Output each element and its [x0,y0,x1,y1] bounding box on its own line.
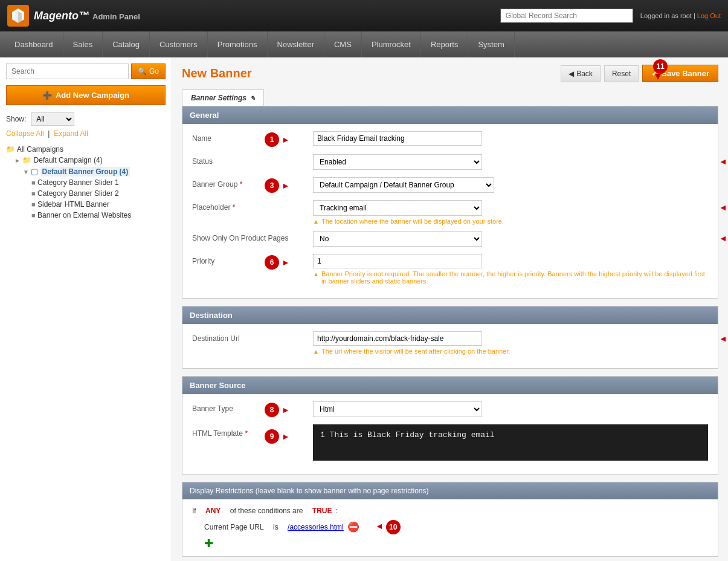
placeholder-hint: ▲ The location where the banner will be … [313,218,708,225]
step-4-arrow: ► [719,204,727,213]
banner-icon-3: ■ [31,201,36,208]
show-product-field: No Yes ► 5 [313,231,708,247]
banner-source-header: Banner Source [182,377,718,394]
step-9-badge: 9 [265,429,279,444]
nav-cms[interactable]: CMS [324,31,362,57]
placeholder-select[interactable]: Tracking email Category Banner Sidebar [313,200,482,216]
tree-item-external[interactable]: ■ Banner on External Websites [6,210,166,221]
collapse-all-link[interactable]: Collapse All [6,129,44,138]
plus-icon: ➕ [42,91,52,100]
step-5-group: ► 5 [719,232,728,247]
warning-icon-3: ▲ [313,348,319,355]
sidebar: 🔍 Go ➕ Add New Campaign Show: All Active… [0,57,172,561]
nav-promotions[interactable]: Promotions [208,31,268,57]
step-6-group: 6 ► [265,255,290,270]
step-7-group: ► 7 [719,332,728,347]
step-10-badge: 10 [386,520,401,534]
step-8-group: 8 ► [265,403,290,417]
condition-add-button[interactable]: ✚ [192,538,708,549]
url-input[interactable] [313,331,482,346]
step-1-group: 1 ► [265,132,290,147]
nav-system[interactable]: System [468,31,514,57]
show-product-label: Show Only On Product Pages [192,231,313,242]
url-field: ► 7 ▲ The url where the visitor will be … [313,331,708,355]
show-select[interactable]: All Active Inactive [31,112,74,126]
html-template-editor[interactable]: 1 This is Black Friday tracking email [313,424,708,461]
banner-type-select[interactable]: Html Image Flash [313,401,482,417]
show-product-select[interactable]: No Yes [313,231,482,247]
step-10-arrow: ► [375,522,384,532]
nav-sales[interactable]: Sales [63,31,103,57]
step-4-group: ► 4 [719,201,728,216]
name-field: 1 ► [313,131,708,146]
logo-text: Magento™ Admin Panel [34,10,140,22]
nav-customers[interactable]: Customers [150,31,208,57]
step-6-arrow: ► [282,258,290,267]
nav-newsletter[interactable]: Newsletter [268,31,324,57]
tree-item-default-banner-group[interactable]: ▼ ▢ Default Banner Group (4) [6,166,166,177]
nav-catalog[interactable]: Catalog [103,31,150,57]
placeholder-label: Placeholder * [192,200,313,212]
restrictions-header: Display Restrictions (leave blank to sho… [182,482,718,499]
condition-line-1: Current Page URL is /accessories.html ⛔ … [192,520,708,534]
tree-item-default-campaign[interactable]: ► 📁 Default Campaign (4) [6,155,166,166]
reset-button[interactable]: Reset [604,65,639,82]
banner-icon-1: ■ [31,179,36,186]
step-2-group: ► 2 [719,155,728,170]
collapse-expand-row: Collapse All | Expand All [6,129,166,138]
banner-type-row: Banner Type 8 ► Html Image Flash [192,401,708,418]
tree-item-sidebar-html[interactable]: ■ Sidebar HTML Banner [6,199,166,210]
banner-group-field-row: Banner Group * 3 ► Default Campaign / De… [192,177,708,194]
status-select[interactable]: Enabled Disabled [313,154,482,170]
top-header: Magento™ Admin Panel Logged in as root |… [0,0,728,31]
any-label: ANY [205,507,221,515]
tabs-row: Banner Settings ✎ [182,89,718,106]
step-3-arrow: ► [282,181,290,190]
logo-area: Magento™ Admin Panel [7,5,140,27]
search-input[interactable] [6,63,129,79]
banner-group-select[interactable]: Default Campaign / Default Banner Group [313,177,494,193]
show-row: Show: All Active Inactive [6,112,166,126]
name-input[interactable] [313,131,482,146]
condition-remove-button[interactable]: ⛔ [347,522,359,532]
tab-banner-settings[interactable]: Banner Settings ✎ [182,89,264,106]
status-label: Status [192,154,313,166]
page-actions: ◀ Back Reset ✓ Save Banner [561,65,718,82]
banner-type-field: 8 ► Html Image Flash [313,401,708,417]
logout-link[interactable]: Log Out [697,12,721,19]
step-3-badge: 3 [265,178,279,193]
condition-value-link[interactable]: /accessories.html [288,523,344,531]
expand-all-link[interactable]: Expand All [54,129,88,138]
go-button[interactable]: 🔍 Go [131,63,166,79]
nav-reports[interactable]: Reports [421,31,469,57]
true-label: TRUE [312,507,332,515]
step-3-group: 3 ► [265,178,290,193]
html-template-label: HTML Template * [192,424,313,438]
general-section: General Name 1 ► Status [182,106,718,299]
banner-icon-4: ■ [31,212,36,219]
tree-item-cat-slider-1[interactable]: ■ Category Banner Slider 1 [6,177,166,188]
page-header: New Banner ◀ Back Reset ✓ Save Banner [182,65,718,82]
name-field-row: Name 1 ► [192,131,708,148]
nav-plumrocket[interactable]: Plumrocket [362,31,421,57]
add-campaign-button[interactable]: ➕ Add New Campaign [6,85,166,105]
page-title: New Banner [182,66,252,80]
global-search-input[interactable] [500,8,633,23]
step-5-arrow: ► [719,235,727,244]
header-right: Logged in as root | Log Out [500,8,721,23]
step-9-arrow: ► [282,432,290,441]
url-hint: ▲ The url where the visitor will be sent… [313,348,708,355]
priority-field: 6 ► ▲ Banner Priority is not required. T… [313,254,708,285]
banner-source-body: Banner Type 8 ► Html Image Flash [182,394,718,474]
html-template-row: HTML Template * 9 ► 1 This is Black Frid… [192,424,708,461]
priority-input[interactable] [313,254,482,268]
nav-dashboard[interactable]: Dashboard [5,31,63,57]
destination-section: Destination Destination Url ► 7 ▲ The ur… [182,306,718,369]
tree-item-all-campaigns[interactable]: 📁 All Campaigns [6,144,166,155]
banner-type-label: Banner Type [192,401,313,413]
tree-item-cat-slider-2[interactable]: ■ Category Banner Slider 2 [6,188,166,199]
sidebar-search-row: 🔍 Go [6,63,166,79]
destination-section-header: Destination [182,306,718,324]
back-button[interactable]: ◀ Back [561,65,601,82]
banner-group-label: Banner Group * [192,177,313,189]
